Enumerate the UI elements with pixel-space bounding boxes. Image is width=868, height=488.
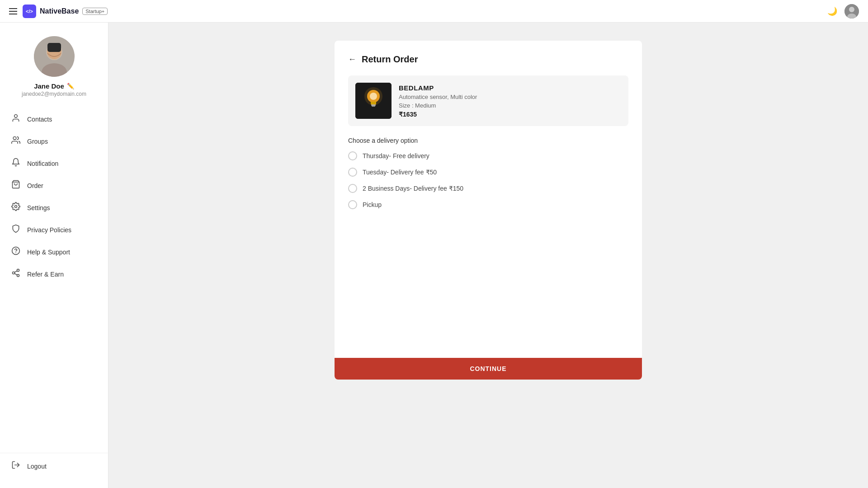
logo-badge: Startup+ <box>82 8 108 15</box>
option-pickup-label: Pickup <box>363 201 382 208</box>
delivery-option-thursday[interactable]: Thursday- Free delivery <box>348 151 628 160</box>
main-layout: Jane Doe ✏️ janedoe2@mydomain.com Contac… <box>0 23 868 488</box>
svg-rect-25 <box>372 106 375 107</box>
privacy-icon <box>11 224 21 235</box>
profile-name: Jane Doe ✏️ <box>34 82 74 90</box>
profile-email: janedoe2@mydomain.com <box>22 91 86 97</box>
logout-button[interactable]: Logout <box>11 460 97 472</box>
header-left: </> NativeBase Startup+ <box>9 5 108 18</box>
groups-icon <box>11 136 21 147</box>
notification-label: Notification <box>27 160 58 167</box>
svg-point-9 <box>13 137 16 140</box>
sidebar-item-privacy[interactable]: Privacy Policies <box>0 219 108 241</box>
sidebar-item-help[interactable]: Help & Support <box>0 241 108 263</box>
page-title: Return Order <box>362 54 418 65</box>
radio-pickup[interactable] <box>348 200 357 209</box>
sidebar-item-settings[interactable]: Settings <box>0 197 108 219</box>
delivery-section-label: Choose a delivery option <box>348 137 628 144</box>
refer-icon <box>11 268 21 280</box>
content-area: ← Return Order <box>108 23 868 488</box>
product-image <box>355 83 392 119</box>
sidebar-item-refer[interactable]: Refer & Earn <box>0 263 108 285</box>
settings-label: Settings <box>27 204 50 211</box>
product-name: BEDLAMP <box>399 84 477 92</box>
svg-rect-7 <box>47 43 61 52</box>
logout-section: Logout <box>0 453 108 479</box>
delivery-option-tuesday[interactable]: Tuesday- Delivery fee ₹50 <box>348 168 628 177</box>
svg-point-8 <box>14 115 18 118</box>
sidebar-nav: Contacts Groups Notification <box>0 108 108 453</box>
sidebar: Jane Doe ✏️ janedoe2@mydomain.com Contac… <box>0 23 108 488</box>
radio-business[interactable] <box>348 184 357 193</box>
order-label: Order <box>27 182 43 189</box>
radio-tuesday[interactable] <box>348 168 357 177</box>
logout-icon <box>11 460 21 472</box>
dark-mode-icon[interactable]: 🌙 <box>827 6 837 16</box>
svg-point-11 <box>15 206 17 208</box>
option-tuesday-label: Tuesday- Delivery fee ₹50 <box>363 169 437 176</box>
refer-label: Refer & Earn <box>27 271 64 278</box>
product-card: BEDLAMP Automatice sensor, Multi color S… <box>348 75 628 126</box>
settings-icon <box>11 202 21 213</box>
delivery-options: Thursday- Free delivery Tuesday- Deliver… <box>348 151 628 209</box>
delivery-option-pickup[interactable]: Pickup <box>348 200 628 209</box>
svg-line-17 <box>14 273 17 275</box>
notification-icon <box>11 158 21 169</box>
groups-label: Groups <box>27 138 48 145</box>
option-thursday-label: Thursday- Free delivery <box>363 152 429 160</box>
sidebar-item-notification[interactable]: Notification <box>0 152 108 174</box>
svg-line-18 <box>14 271 17 272</box>
sidebar-item-groups[interactable]: Groups <box>0 130 108 152</box>
return-order-header: ← Return Order <box>348 54 628 65</box>
return-order-card: ← Return Order <box>335 41 642 380</box>
logo-icon: </> <box>23 5 36 18</box>
product-info: BEDLAMP Automatice sensor, Multi color S… <box>399 84 477 118</box>
profile-section: Jane Doe ✏️ janedoe2@mydomain.com <box>0 32 108 108</box>
continue-button[interactable]: CONTINUE <box>335 358 642 380</box>
hamburger-menu[interactable] <box>9 8 17 14</box>
back-button[interactable]: ← <box>348 55 356 64</box>
help-label: Help & Support <box>27 249 70 256</box>
user-avatar-header[interactable] <box>844 4 859 19</box>
svg-point-1 <box>849 7 854 12</box>
header-right: 🌙 <box>827 4 859 19</box>
contacts-icon <box>11 113 21 125</box>
order-icon <box>11 180 21 191</box>
svg-point-26 <box>364 87 382 105</box>
edit-profile-icon[interactable]: ✏️ <box>67 83 74 89</box>
product-size: Size : Medium <box>399 102 477 109</box>
logout-label: Logout <box>27 463 47 470</box>
radio-thursday[interactable] <box>348 151 357 160</box>
header: </> NativeBase Startup+ 🌙 <box>0 0 868 23</box>
product-price: ₹1635 <box>399 111 477 118</box>
user-avatar <box>34 36 75 77</box>
product-desc: Automatice sensor, Multi color <box>399 94 477 100</box>
logo-name: NativeBase <box>40 7 79 15</box>
option-business-label: 2 Business Days- Delivery fee ₹150 <box>363 185 463 192</box>
delivery-option-business[interactable]: 2 Business Days- Delivery fee ₹150 <box>348 184 628 193</box>
logo: </> NativeBase Startup+ <box>23 5 108 18</box>
privacy-label: Privacy Policies <box>27 226 71 234</box>
sidebar-item-order[interactable]: Order <box>0 174 108 197</box>
help-icon <box>11 246 21 258</box>
sidebar-item-contacts[interactable]: Contacts <box>0 108 108 130</box>
contacts-label: Contacts <box>27 116 52 123</box>
